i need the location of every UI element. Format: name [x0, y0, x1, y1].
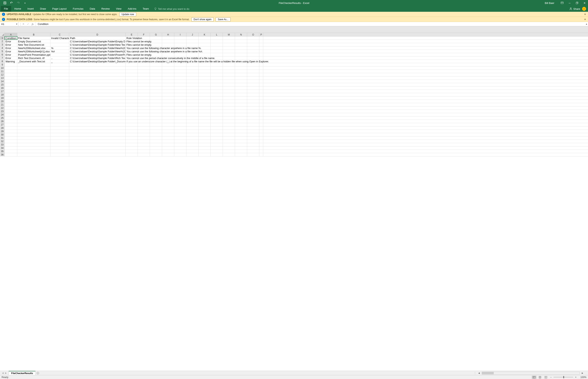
- cell[interactable]: [162, 70, 174, 73]
- cell[interactable]: [211, 63, 223, 66]
- row-header-10[interactable]: 10: [0, 66, 5, 70]
- cell[interactable]: [17, 90, 50, 93]
- cell[interactable]: [199, 140, 211, 143]
- cell[interactable]: [150, 77, 162, 79]
- cell[interactable]: [247, 133, 259, 136]
- column-header-L[interactable]: L: [211, 33, 223, 36]
- cell[interactable]: [5, 113, 17, 116]
- cell[interactable]: [138, 123, 150, 126]
- cell[interactable]: [5, 90, 17, 93]
- row-header-30[interactable]: 30: [0, 133, 5, 136]
- cell[interactable]: [247, 136, 259, 140]
- cell[interactable]: Files cannot be empty.: [126, 40, 138, 43]
- cell[interactable]: [247, 103, 259, 106]
- cell[interactable]: [186, 150, 199, 153]
- zoom-in-button[interactable]: +: [574, 376, 577, 379]
- cell[interactable]: [174, 43, 186, 46]
- cell[interactable]: [162, 140, 174, 143]
- row-header-15[interactable]: 15: [0, 83, 5, 86]
- cell[interactable]: [5, 83, 17, 86]
- cell[interactable]: [126, 133, 138, 136]
- cell[interactable]: [5, 70, 17, 73]
- cell[interactable]: [199, 40, 211, 43]
- cell[interactable]: [69, 126, 126, 130]
- cell[interactable]: [235, 56, 247, 60]
- cell[interactable]: C:\Users\wbaer\Desktop\Sample Folder\Pow…: [69, 53, 126, 56]
- cell[interactable]: [186, 96, 199, 100]
- row-header-21[interactable]: 21: [0, 103, 5, 106]
- cell[interactable]: [17, 80, 50, 83]
- cell[interactable]: [247, 40, 259, 43]
- close-updates-bar-button[interactable]: ✕: [584, 13, 586, 16]
- cell[interactable]: [69, 110, 126, 113]
- cell[interactable]: [211, 100, 223, 103]
- cell[interactable]: [247, 130, 259, 133]
- cell[interactable]: [5, 77, 17, 79]
- cell[interactable]: [138, 120, 150, 123]
- cell[interactable]: [235, 153, 247, 156]
- cell[interactable]: [17, 133, 50, 136]
- column-header-P[interactable]: P: [259, 33, 263, 36]
- row-header-35[interactable]: 35: [0, 150, 5, 153]
- cell[interactable]: [174, 100, 186, 103]
- cell[interactable]: [138, 80, 150, 83]
- cell[interactable]: [126, 96, 138, 100]
- cell[interactable]: [17, 126, 50, 130]
- cell[interactable]: PowerPoint Presentation.pptx: [17, 53, 50, 56]
- cell[interactable]: [211, 86, 223, 90]
- cell[interactable]: [186, 146, 199, 150]
- cell[interactable]: [259, 70, 263, 73]
- cell[interactable]: [162, 100, 174, 103]
- cell[interactable]: [150, 103, 162, 106]
- cell[interactable]: [50, 130, 69, 133]
- cell[interactable]: [150, 80, 162, 83]
- cell[interactable]: Rule Violation: [126, 36, 138, 40]
- cell[interactable]: [223, 123, 235, 126]
- cell[interactable]: [223, 116, 235, 120]
- cell[interactable]: [5, 150, 17, 153]
- cell[interactable]: [235, 133, 247, 136]
- cell[interactable]: [259, 36, 263, 40]
- cell[interactable]: [223, 120, 235, 123]
- cell[interactable]: [5, 120, 17, 123]
- cell[interactable]: [162, 96, 174, 100]
- cell[interactable]: [50, 73, 69, 76]
- cell[interactable]: [138, 83, 150, 86]
- cell[interactable]: [223, 73, 235, 76]
- column-header-G[interactable]: G: [150, 33, 162, 36]
- cell[interactable]: [235, 110, 247, 113]
- cell[interactable]: [174, 96, 186, 100]
- cell[interactable]: [199, 70, 211, 73]
- column-header-O[interactable]: O: [247, 33, 259, 36]
- cell[interactable]: [211, 40, 223, 43]
- cell[interactable]: [247, 140, 259, 143]
- cell[interactable]: [199, 66, 211, 70]
- cell[interactable]: [50, 110, 69, 113]
- cell[interactable]: [211, 73, 223, 76]
- row-header-32[interactable]: 32: [0, 140, 5, 143]
- cell[interactable]: [211, 50, 223, 53]
- save-as-button[interactable]: Save As...: [216, 17, 231, 21]
- cell[interactable]: [162, 153, 174, 156]
- cell[interactable]: [162, 63, 174, 66]
- cell[interactable]: [186, 140, 199, 143]
- close-button[interactable]: ✕: [581, 0, 588, 6]
- cell[interactable]: [17, 110, 50, 113]
- page-layout-view-button[interactable]: [538, 376, 542, 379]
- cell[interactable]: [17, 146, 50, 150]
- row-header-36[interactable]: 36: [0, 153, 5, 156]
- cell[interactable]: [17, 96, 50, 100]
- cell[interactable]: [199, 107, 211, 110]
- cell[interactable]: [162, 146, 174, 150]
- cell[interactable]: [247, 93, 259, 96]
- cell[interactable]: [150, 140, 162, 143]
- cell[interactable]: [174, 146, 186, 150]
- cell[interactable]: [259, 110, 263, 113]
- cell[interactable]: Error: [5, 53, 17, 56]
- cell[interactable]: [235, 53, 247, 56]
- cell[interactable]: [235, 136, 247, 140]
- cell[interactable]: [211, 83, 223, 86]
- cell[interactable]: [259, 107, 263, 110]
- cell[interactable]: [186, 113, 199, 116]
- cell[interactable]: [162, 123, 174, 126]
